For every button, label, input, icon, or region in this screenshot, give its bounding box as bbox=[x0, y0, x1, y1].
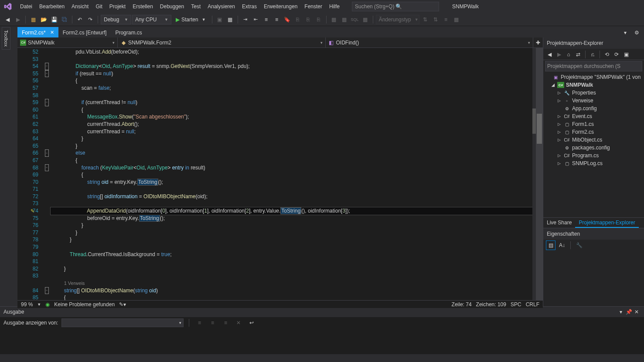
clear-icon[interactable]: ✕ bbox=[234, 318, 243, 328]
insert-mode[interactable]: SPC bbox=[511, 301, 521, 308]
menu-extras[interactable]: Extras bbox=[239, 2, 260, 11]
document-tab[interactable]: Form2.cs [Entwurf] bbox=[58, 27, 111, 37]
wrap-icon[interactable]: ↩ bbox=[247, 318, 256, 328]
tool-icon[interactable]: ≡ bbox=[441, 15, 451, 24]
tree-item[interactable]: ▷▢SNMPLog.cs bbox=[543, 159, 644, 167]
step-icon[interactable]: ⇤ bbox=[251, 15, 261, 24]
bookmark-icon[interactable]: 🔖 bbox=[283, 15, 292, 24]
tree-item[interactable]: ▷▢Form2.cs bbox=[543, 128, 644, 136]
zoom-level[interactable]: 99 % bbox=[21, 301, 33, 308]
nav-back-icon[interactable]: ◀ bbox=[3, 15, 12, 24]
col-indicator[interactable]: Zeichen: 109 bbox=[476, 301, 506, 308]
pencil-icon[interactable]: ✎▾ bbox=[119, 301, 126, 308]
tool-icon[interactable]: ⎘ bbox=[314, 15, 324, 24]
tree-item[interactable]: ▷C#Event.cs bbox=[543, 112, 644, 120]
sync-icon[interactable]: ⟲ bbox=[603, 50, 611, 59]
menu-erweiterungen[interactable]: Erweiterungen bbox=[260, 2, 301, 11]
split-icon[interactable]: ✚ bbox=[533, 37, 543, 47]
save-all-icon[interactable]: ⿻ bbox=[60, 15, 69, 24]
tree-item[interactable]: ▷▢Form1.cs bbox=[543, 120, 644, 128]
menu-hilfe[interactable]: Hilfe bbox=[326, 2, 343, 11]
tab-settings-icon[interactable]: ⚙ bbox=[632, 28, 641, 37]
document-tab[interactable]: Program.cs bbox=[111, 27, 146, 37]
changes-select[interactable]: Änderungstyp▼ bbox=[376, 15, 419, 24]
solution-node[interactable]: ▣Projektmappe "SNMPWalk" (1 von bbox=[543, 73, 644, 81]
home-icon[interactable]: ⌂ bbox=[564, 50, 573, 59]
menu-debuggen[interactable]: Debuggen bbox=[157, 2, 187, 11]
platform-select[interactable]: Any CPU▼ bbox=[132, 15, 171, 24]
output-source-select[interactable]: ▾ bbox=[61, 318, 184, 327]
dropdown-icon[interactable]: ▾ bbox=[617, 309, 625, 315]
close-tab-icon[interactable]: ✕ bbox=[50, 30, 54, 35]
outdent-icon[interactable]: ≡ bbox=[272, 15, 282, 24]
tab-live-share[interactable]: Live Share bbox=[543, 218, 575, 228]
tool-icon[interactable]: ≡ bbox=[194, 318, 204, 328]
document-tab[interactable]: Form2.cs*✕ bbox=[17, 27, 58, 37]
code-editor[interactable]: 5253545556575859606162636465666768697071… bbox=[17, 48, 543, 300]
tool-icon[interactable]: ⇅ bbox=[431, 15, 440, 24]
menu-projekt[interactable]: Projekt bbox=[106, 2, 129, 11]
start-debug-button[interactable]: ▶Starten▼ bbox=[172, 15, 209, 24]
undo-icon[interactable]: ↶ bbox=[75, 15, 85, 24]
new-project-icon[interactable]: ▦ bbox=[28, 15, 38, 24]
nav-member-select[interactable]: ◧OIDFind()▾ bbox=[326, 37, 534, 47]
fold-gutter[interactable]: −−−−−− bbox=[43, 48, 51, 300]
tool-icon[interactable]: ▦ bbox=[361, 15, 370, 24]
switch-icon[interactable]: ⇄ bbox=[574, 50, 583, 59]
fwd-icon[interactable]: ▶ bbox=[555, 50, 563, 59]
sql-icon[interactable]: SQL bbox=[350, 15, 360, 24]
tool-icon[interactable]: ▣ bbox=[215, 15, 225, 24]
tool-icon[interactable]: ⇅ bbox=[420, 15, 430, 24]
tool-icon[interactable]: ≡ bbox=[208, 318, 217, 328]
tool-icon[interactable]: ⎘ bbox=[303, 15, 313, 24]
eol-mode[interactable]: CRLF bbox=[526, 301, 539, 308]
tree-item[interactable]: ⚙packages.config bbox=[543, 144, 644, 152]
menu-bearbeiten[interactable]: Bearbeiten bbox=[36, 2, 68, 11]
config-select[interactable]: Debug▼ bbox=[101, 15, 131, 24]
pin-icon[interactable]: 📌 bbox=[625, 309, 633, 315]
tree-item[interactable]: ⚙App.config bbox=[543, 105, 644, 112]
categorized-icon[interactable]: ▤ bbox=[546, 240, 555, 250]
step-icon[interactable]: ⇥ bbox=[241, 15, 250, 24]
tab-dropdown-icon[interactable]: ▾ bbox=[620, 28, 630, 37]
menu-git[interactable]: Git bbox=[92, 2, 106, 11]
menu-erstellen[interactable]: Erstellen bbox=[129, 2, 157, 11]
vertical-scrollbar[interactable] bbox=[536, 48, 543, 300]
open-icon[interactable]: 📂 bbox=[39, 15, 48, 24]
explorer-search-input[interactable]: Projektmappen durchsuchen (S bbox=[545, 61, 642, 71]
filter-icon[interactable]: ⎌ bbox=[588, 50, 597, 59]
close-icon[interactable]: ✕ bbox=[633, 309, 641, 315]
tool-icon[interactable]: ⎘ bbox=[293, 15, 303, 24]
nav-fwd-icon[interactable]: ▶ bbox=[13, 15, 23, 24]
tab-solution-explorer[interactable]: Projektmappen-Explorer bbox=[575, 218, 638, 228]
tree-item[interactable]: ▷🔧Properties bbox=[543, 89, 644, 97]
tree-item[interactable]: ▷C#MibObject.cs bbox=[543, 136, 644, 144]
tool-icon[interactable]: ▦ bbox=[225, 15, 235, 24]
menu-analysieren[interactable]: Analysieren bbox=[204, 2, 239, 11]
menu-fenster[interactable]: Fenster bbox=[301, 2, 326, 11]
props-icon[interactable]: 🔧 bbox=[574, 240, 584, 250]
overview-ruler[interactable] bbox=[532, 48, 536, 300]
menu-ansicht[interactable]: Ansicht bbox=[68, 2, 92, 11]
grid-icon[interactable]: ▦ bbox=[340, 15, 349, 24]
save-icon[interactable]: 💾 bbox=[49, 15, 59, 24]
problems-status[interactable]: Keine Probleme gefunden bbox=[54, 301, 115, 308]
menu-test[interactable]: Test bbox=[187, 2, 204, 11]
refresh-icon[interactable]: ⟳ bbox=[612, 50, 621, 59]
tool-icon[interactable]: ▦ bbox=[452, 15, 461, 24]
tool-icon[interactable]: ≡ bbox=[221, 318, 230, 328]
project-node[interactable]: ◢C#SNMPWalk bbox=[543, 81, 644, 89]
quickaction-icon[interactable]: ✎ bbox=[31, 207, 37, 213]
tree-item[interactable]: ▷▫Verweise bbox=[543, 97, 644, 105]
alpha-icon[interactable]: A↓ bbox=[557, 240, 567, 250]
toolbox-side-tab[interactable]: Toolbox bbox=[2, 27, 10, 50]
solution-tree[interactable]: ▣Projektmappe "SNMPWalk" (1 von ◢C#SNMPW… bbox=[543, 72, 644, 217]
collapse-icon[interactable]: ▣ bbox=[622, 50, 630, 59]
nav-project-select[interactable]: C#SNMPWalk▾ bbox=[17, 37, 118, 47]
grid-icon[interactable]: ▦ bbox=[329, 15, 339, 24]
nav-class-select[interactable]: ◆SNMPWalk.Form2▾ bbox=[118, 37, 326, 47]
back-icon[interactable]: ◀ bbox=[545, 50, 554, 59]
quick-search-input[interactable]: Suchen (Strg+Q) 🔍 bbox=[352, 2, 439, 11]
menu-datei[interactable]: Datei bbox=[17, 2, 36, 11]
code-content[interactable]: pdu.VbList.Add(beforeOid); Dictionary<Oi… bbox=[51, 48, 532, 300]
